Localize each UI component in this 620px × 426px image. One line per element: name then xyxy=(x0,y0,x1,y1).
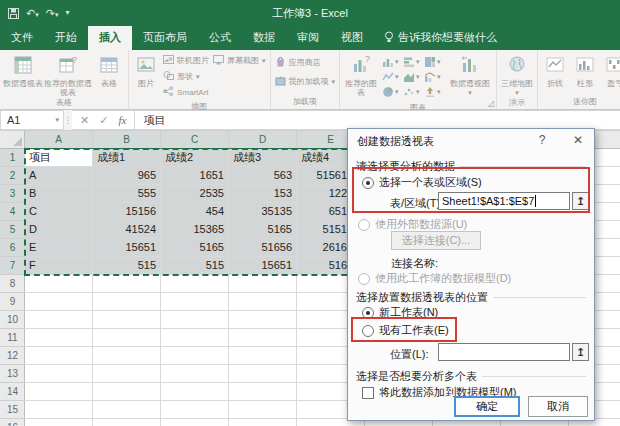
cell[interactable] xyxy=(25,383,93,401)
table-button[interactable]: 表格 xyxy=(92,52,126,88)
cell[interactable]: 5165 xyxy=(229,221,297,239)
cell[interactable]: 51656 xyxy=(229,239,297,257)
column-header[interactable]: C xyxy=(161,131,229,149)
tab-insert[interactable]: 插入 xyxy=(88,26,132,50)
cell[interactable]: 41524 xyxy=(93,221,161,239)
cell[interactable]: C xyxy=(25,203,93,221)
cell[interactable] xyxy=(25,311,93,329)
redo-icon[interactable]: ↷▾ xyxy=(46,8,59,19)
row-header[interactable]: 9 xyxy=(0,293,25,311)
dialog-close-icon[interactable]: ✕ xyxy=(570,133,586,147)
cell[interactable]: 成绩3 xyxy=(229,149,297,167)
chart-type-area-icon[interactable]: ▾ xyxy=(403,70,423,84)
tab-data[interactable]: 数据 xyxy=(242,26,286,50)
cell[interactable]: 5165 xyxy=(161,239,229,257)
cell[interactable] xyxy=(161,275,229,293)
cell[interactable] xyxy=(161,365,229,383)
chart-type-hierarchy-icon[interactable]: ▾ xyxy=(424,55,444,69)
recommended-pivottables-button[interactable]: ? 推荐的数据透视表 xyxy=(44,52,92,97)
tab-file[interactable]: 文件 xyxy=(0,26,44,50)
tab-formulas[interactable]: 公式 xyxy=(198,26,242,50)
cell[interactable] xyxy=(25,347,93,365)
cell[interactable] xyxy=(161,419,229,426)
cell[interactable] xyxy=(229,293,297,311)
cell[interactable]: 成绩2 xyxy=(161,149,229,167)
cell[interactable] xyxy=(229,275,297,293)
cell[interactable]: F xyxy=(25,257,93,275)
insert-function-icon[interactable]: fx xyxy=(118,114,126,126)
cell[interactable] xyxy=(93,401,161,419)
recommended-charts-button[interactable]: ? 推荐的图表 xyxy=(342,52,380,97)
cell[interactable]: D xyxy=(25,221,93,239)
pivotchart-button[interactable]: 数据透视图▾ xyxy=(446,52,494,97)
row-header[interactable]: 8 xyxy=(0,275,25,293)
cell[interactable]: 563 xyxy=(229,167,297,185)
radio-select-table-range[interactable]: 选择一个表或区域(S) xyxy=(362,175,482,190)
cell[interactable]: A xyxy=(25,167,93,185)
column-header[interactable]: B xyxy=(93,131,161,149)
table-range-input[interactable]: Sheet1!$A$1:$E$7 xyxy=(438,192,570,210)
charts-dialog-launcher-icon[interactable]: ◿ xyxy=(488,99,494,108)
cell[interactable] xyxy=(25,365,93,383)
row-header[interactable]: 11 xyxy=(0,329,25,347)
row-header[interactable]: 6 xyxy=(0,239,25,257)
column-header[interactable]: A xyxy=(25,131,93,149)
chart-type-line-icon[interactable]: ▾ xyxy=(382,70,402,84)
cell[interactable]: 15651 xyxy=(93,239,161,257)
cell[interactable] xyxy=(93,329,161,347)
cell[interactable]: 515 xyxy=(161,257,229,275)
collapse-dialog-button[interactable]: ↥ xyxy=(572,192,589,210)
chart-type-column-icon[interactable]: ▾ xyxy=(382,55,402,69)
cancel-button[interactable]: 取消 xyxy=(528,396,588,417)
store-button[interactable]: 应用商店 xyxy=(275,56,336,69)
cell[interactable]: 555 xyxy=(93,185,161,203)
chart-type-scatter-icon[interactable]: ▾ xyxy=(403,85,423,99)
shapes-button[interactable]: 形状▾ xyxy=(163,70,209,83)
radio-existing-worksheet[interactable]: 现有工作表(E) xyxy=(362,323,449,338)
cell[interactable]: 15651 xyxy=(229,257,297,275)
cell[interactable] xyxy=(25,293,93,311)
cell[interactable] xyxy=(25,419,93,426)
cell[interactable]: 1651 xyxy=(161,167,229,185)
cell[interactable] xyxy=(161,329,229,347)
name-box[interactable]: A1 ▾ xyxy=(0,110,64,130)
tab-review[interactable]: 审阅 xyxy=(286,26,330,50)
row-header[interactable]: 2 xyxy=(0,167,25,185)
row-header[interactable]: 16 xyxy=(0,419,25,426)
cell[interactable] xyxy=(93,383,161,401)
chart-type-combo-icon[interactable]: ▾ xyxy=(424,70,444,84)
cell[interactable] xyxy=(229,311,297,329)
chart-type-pie-icon[interactable]: ▾ xyxy=(382,85,402,99)
formula-bar-content[interactable]: 项目 xyxy=(135,110,620,130)
cell[interactable] xyxy=(161,401,229,419)
cell[interactable] xyxy=(25,275,93,293)
smartart-button[interactable]: SmartArt xyxy=(163,86,209,99)
cancel-entry-icon[interactable]: ✕ xyxy=(80,114,89,127)
cell[interactable] xyxy=(93,419,161,426)
location-input[interactable] xyxy=(438,343,570,361)
cell[interactable] xyxy=(161,293,229,311)
cell[interactable] xyxy=(25,401,93,419)
column-header[interactable]: D xyxy=(229,131,297,149)
radio-new-worksheet[interactable]: 新工作表(N) xyxy=(362,305,438,320)
row-header[interactable]: 5 xyxy=(0,221,25,239)
cell[interactable]: E xyxy=(25,239,93,257)
row-header[interactable]: 1 xyxy=(0,149,25,167)
cell[interactable] xyxy=(93,365,161,383)
cell[interactable] xyxy=(93,275,161,293)
row-header[interactable]: 14 xyxy=(0,383,25,401)
cell[interactable] xyxy=(229,365,297,383)
cell[interactable]: B xyxy=(25,185,93,203)
cell[interactable] xyxy=(161,383,229,401)
sparkline-line-button[interactable]: 折线 xyxy=(540,52,570,88)
cell[interactable]: 35135 xyxy=(229,203,297,221)
chart-type-bar-icon[interactable]: ▾ xyxy=(403,55,423,69)
cell[interactable]: 成绩1 xyxy=(93,149,161,167)
row-header[interactable]: 13 xyxy=(0,365,25,383)
cell[interactable]: 965 xyxy=(93,167,161,185)
tab-view[interactable]: 视图 xyxy=(330,26,374,50)
ok-button[interactable]: 确定 xyxy=(454,396,520,417)
sparkline-winloss-button[interactable]: 盈亏 xyxy=(600,52,620,88)
tell-me-box[interactable]: 告诉我你想要做什么 xyxy=(374,26,507,50)
row-header[interactable]: 15 xyxy=(0,401,25,419)
